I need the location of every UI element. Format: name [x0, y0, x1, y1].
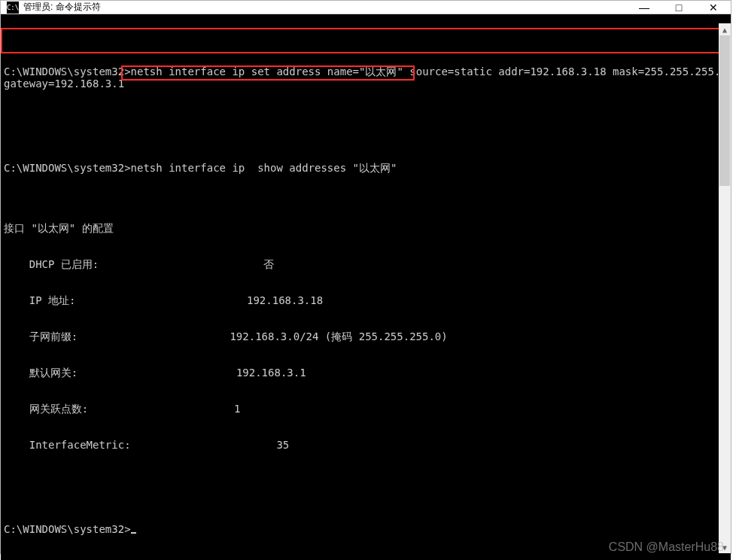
command-2-text: netsh interface ip show addresses "以太网" [131, 162, 397, 174]
config-label: DHCP 已启用: [4, 258, 263, 270]
config-label: IP 地址: [4, 294, 247, 306]
config-value: 192.168.3.1 [236, 367, 306, 379]
command-line-2: C:\WINDOWS\system32>netsh interface ip s… [4, 162, 728, 174]
config-value: 192.168.3.0/24 (掩码 255.255.255.0) [230, 330, 447, 342]
scroll-up-icon[interactable]: ▲ [719, 23, 731, 35]
titlebar[interactable]: C:\ 管理员: 命令提示符 — □ ✕ [1, 1, 731, 14]
prompt: C:\WINDOWS\system32> [4, 523, 131, 535]
config-header: 接口 "以太网" 的配置 [4, 222, 728, 234]
cursor-icon [131, 532, 136, 534]
config-row-ip: IP 地址: 192.168.3.18 [4, 294, 728, 306]
app-icon: C:\ [7, 2, 19, 14]
vertical-scrollbar[interactable]: ▲ ▼ [719, 23, 731, 553]
scrollbar-thumb[interactable] [719, 35, 730, 186]
scroll-down-icon[interactable]: ▼ [719, 541, 731, 553]
minimize-button[interactable]: — [627, 1, 661, 14]
maximize-button[interactable]: □ [661, 1, 696, 14]
command-prompt-window: C:\ 管理员: 命令提示符 — □ ✕ C:\WINDOWS\system32… [0, 0, 731, 554]
config-value: 35 [276, 439, 289, 451]
window-title: 管理员: 命令提示符 [23, 1, 101, 14]
config-row-ifmetric: InterfaceMetric: 35 [4, 439, 728, 451]
prompt: C:\WINDOWS\system32> [4, 162, 131, 174]
highlight-box-1 [1, 28, 726, 53]
command-line-1: C:\WINDOWS\system32>netsh interface ip s… [4, 65, 728, 90]
config-value: 1 [234, 403, 240, 415]
prompt: C:\WINDOWS\system32> [4, 65, 131, 78]
config-value: 192.168.3.18 [247, 294, 323, 306]
config-row-subnet: 子网前缀: 192.168.3.0/24 (掩码 255.255.255.0) [4, 330, 728, 342]
config-value: 否 [263, 258, 274, 270]
config-label: InterfaceMetric: [4, 439, 276, 451]
close-button[interactable]: ✕ [696, 1, 731, 14]
config-label: 网关跃点数: [4, 403, 234, 415]
config-label: 默认网关: [4, 367, 236, 379]
config-row-dhcp: DHCP 已启用: 否 [4, 258, 728, 270]
config-row-metric: 网关跃点数: 1 [4, 403, 728, 415]
prompt-line: C:\WINDOWS\system32> [4, 523, 728, 535]
config-row-gateway: 默认网关: 192.168.3.1 [4, 367, 728, 379]
config-label: 子网前缀: [4, 330, 230, 342]
title-left: C:\ 管理员: 命令提示符 [1, 1, 101, 14]
terminal-area[interactable]: C:\WINDOWS\system32>netsh interface ip s… [1, 14, 731, 560]
window-controls: — □ ✕ [627, 1, 731, 14]
